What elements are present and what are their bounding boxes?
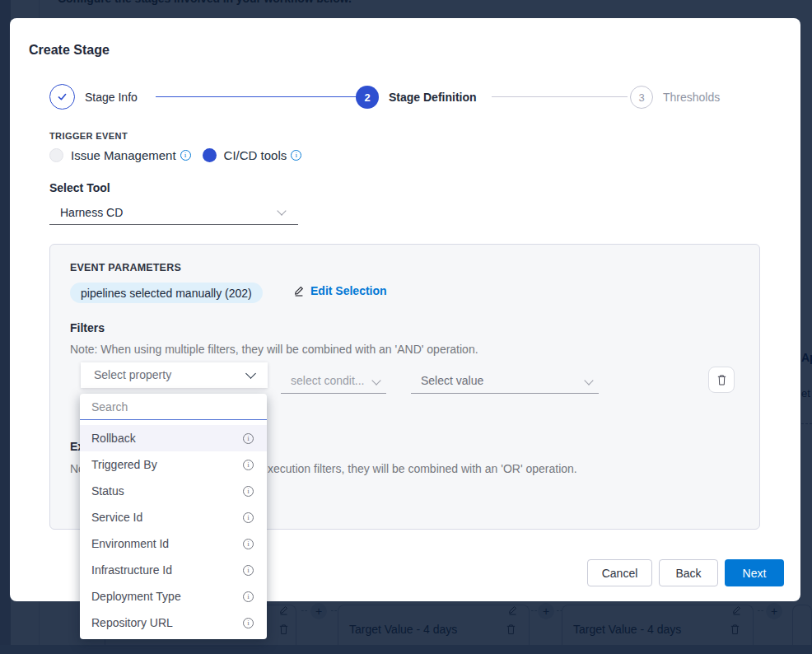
condition-select[interactable]: select condit... [281, 368, 386, 394]
edit-selection-link[interactable]: Edit Selection [293, 284, 387, 297]
dropdown-item-service-id[interactable]: Service Id [80, 504, 267, 530]
check-icon [49, 84, 75, 110]
chevron-down-icon [584, 376, 593, 385]
next-button[interactable]: Next [725, 559, 784, 586]
dropdown-item-environment-id[interactable]: Environment Id [80, 530, 267, 557]
event-parameters-heading: EVENT PARAMETERS [70, 262, 181, 273]
dropdown-item-deployment-type[interactable]: Deployment Type [80, 583, 267, 610]
dropdown-item-rollback[interactable]: Rollback [80, 425, 267, 451]
select-tool-label: Select Tool [49, 181, 110, 194]
dropdown-item-infrastructure-id[interactable]: Infrastructure Id [80, 557, 267, 583]
stepper-step-stage-definition[interactable]: 2 Stage Definition [356, 86, 477, 109]
radio-cicd-tools[interactable] [203, 148, 217, 162]
value-select[interactable]: Select value [411, 368, 599, 394]
pipelines-chip: pipelines selected manually (202) [70, 283, 263, 303]
cancel-button[interactable]: Cancel [587, 559, 652, 586]
step-number: 3 [630, 86, 653, 109]
stepper-connector [492, 96, 628, 97]
search-input[interactable] [91, 400, 255, 413]
info-icon[interactable] [243, 565, 254, 576]
trigger-event-label: TRIGGER EVENT [49, 131, 128, 141]
info-icon[interactable] [243, 591, 254, 602]
info-icon[interactable] [243, 433, 254, 444]
trigger-event-options: Issue Management CI/CD tools [49, 147, 301, 163]
step-number: 2 [356, 86, 379, 109]
radio-label[interactable]: Issue Management [71, 148, 176, 162]
condition-select-placeholder: select condit... [291, 374, 365, 387]
property-select[interactable]: Select property [81, 362, 268, 388]
chevron-down-icon [371, 376, 380, 385]
back-button[interactable]: Back [659, 559, 718, 586]
chevron-down-icon [277, 206, 286, 215]
step-label: Stage Definition [389, 91, 477, 104]
filters-heading: Filters [70, 321, 105, 334]
tool-select[interactable]: Harness CD [49, 201, 298, 225]
tool-select-value: Harness CD [60, 206, 123, 219]
modal-title: Create Stage [29, 43, 110, 58]
info-icon[interactable] [243, 512, 254, 523]
info-icon[interactable] [243, 460, 254, 470]
info-icon[interactable] [291, 150, 301, 161]
execution-filters-heading: Execution Filters [70, 440, 80, 453]
step-label: Stage Info [85, 91, 138, 104]
dropdown-item-triggered-by[interactable]: Triggered By [80, 451, 267, 478]
info-icon[interactable] [243, 618, 254, 628]
stepper-connector [156, 96, 360, 97]
trash-icon [716, 374, 727, 385]
dropdown-search[interactable] [80, 394, 267, 420]
dropdown-item-repository-url[interactable]: Repository URL [80, 610, 267, 636]
step-label: Thresholds [663, 91, 720, 104]
execution-filters-note: xecution filters, they will be combined … [268, 462, 577, 475]
property-select-placeholder: Select property [94, 368, 171, 381]
stepper-step-stage-info[interactable]: Stage Info [49, 84, 138, 110]
edit-icon [293, 285, 305, 297]
info-icon[interactable] [243, 539, 254, 549]
delete-filter-button[interactable] [708, 367, 735, 393]
radio-issue-management[interactable] [49, 148, 63, 162]
property-dropdown-menu: Rollback Triggered By Status Service Id … [80, 394, 267, 639]
chevron-down-icon [245, 368, 256, 379]
info-icon[interactable] [180, 150, 191, 161]
stepper-step-thresholds[interactable]: 3 Thresholds [630, 86, 720, 109]
radio-label[interactable]: CI/CD tools [224, 148, 287, 162]
filters-note: Note: When using multiple filters, they … [70, 343, 478, 356]
value-select-placeholder: Select value [421, 374, 483, 387]
edit-selection-label: Edit Selection [310, 284, 387, 297]
dropdown-item-status[interactable]: Status [80, 478, 267, 504]
info-icon[interactable] [243, 486, 254, 497]
